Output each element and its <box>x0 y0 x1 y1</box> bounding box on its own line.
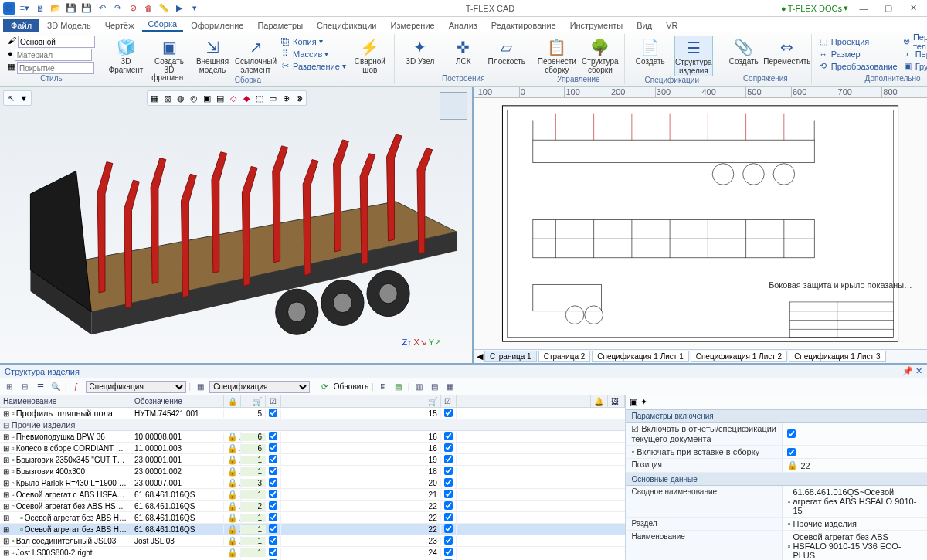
tb-col-icon[interactable]: ▦ <box>443 381 456 393</box>
tb-filter-icon[interactable]: ☰ <box>34 381 46 393</box>
row-check[interactable] <box>444 536 453 545</box>
table-row[interactable]: ⊞ ▫Осевой агрегат с ABS HSFALO 9010-1…61… <box>0 489 625 501</box>
ptab-4[interactable]: Спецификация 1 Лист 2 <box>691 351 787 362</box>
ptab-5[interactable]: Спецификация 1 Лист 3 <box>789 351 885 362</box>
btn-assembly-structure[interactable]: 🌳Структура сборки <box>581 36 620 75</box>
close-icon[interactable]: ✕ <box>904 2 922 15</box>
row-check[interactable] <box>444 513 453 521</box>
btn-3d-fragment[interactable]: 🧊3D Фрагмент <box>107 36 145 75</box>
qat-redo-icon[interactable]: ↷ <box>111 2 124 15</box>
row-check[interactable] <box>444 432 453 440</box>
btn-product-structure[interactable]: ☰Структура изделия <box>674 36 713 76</box>
tb-export-icon[interactable]: 🗎 <box>377 381 389 393</box>
table-row[interactable]: ⊞ ▫Осевой агрегат без ABS HSFALO …61.68.… <box>0 512 625 524</box>
qat-cancel-icon[interactable]: ⊘ <box>127 2 139 15</box>
col-image-icon[interactable]: 🖼 <box>608 395 625 407</box>
group-row[interactable]: ⊟ Прочие изделия <box>0 419 625 431</box>
btn-groups[interactable]: ▣Группы <box>902 60 927 72</box>
table-row[interactable]: ⊞ ▫Вал соединительный JSL03Jost JSL 03🔒1… <box>0 535 625 547</box>
tab-specs[interactable]: Спецификации <box>311 19 382 32</box>
ptab-2[interactable]: Страница 2 <box>538 351 591 362</box>
tb-excel-icon[interactable]: ▤ <box>392 381 405 393</box>
row-check[interactable] <box>269 478 277 487</box>
spec-select-2[interactable]: Спецификация <box>209 381 310 393</box>
prop-check[interactable] <box>787 448 796 456</box>
table-row[interactable]: ⊞ ▫Колесо в сборе CORDIANT 385/65 R2…11.… <box>0 443 625 454</box>
btn-dimension[interactable]: ↔Размер <box>818 48 898 59</box>
row-check[interactable] <box>269 513 277 521</box>
btn-projection[interactable]: ⬚Проекция <box>818 36 898 47</box>
btn-constraint-create[interactable]: 📎Создать <box>725 36 763 67</box>
btn-constraint-move[interactable]: ⇔Переместить <box>768 36 806 67</box>
prop-tab-icon[interactable]: ▣ <box>630 397 637 407</box>
prop-check[interactable] <box>787 429 796 438</box>
col-name[interactable]: Наименование <box>0 395 131 407</box>
tb-expand-icon[interactable]: ⊞ <box>3 381 15 393</box>
col-check1[interactable]: ☑ <box>266 395 281 407</box>
tb-search-icon[interactable]: 🔍 <box>49 381 62 393</box>
structure-tree[interactable]: Наименование Обозначение 🔒 🛒 ☑ 🛒 ☑ 🔔 🖼 ⊞… <box>0 395 626 560</box>
tab-analysis[interactable]: Анализ <box>443 19 484 32</box>
tab-annotation[interactable]: Оформление <box>185 19 250 32</box>
row-check[interactable] <box>444 455 453 463</box>
row-check[interactable] <box>269 501 277 510</box>
qat-save-icon[interactable]: 💾 <box>65 2 77 15</box>
col-cart2-icon[interactable]: 🛒 <box>416 395 441 407</box>
file-tab[interactable]: Файл <box>3 19 39 32</box>
spec-select-1[interactable]: Спецификация <box>86 381 186 393</box>
style-name-input[interactable] <box>18 36 95 48</box>
qat-dropdown-icon[interactable]: ▾ <box>188 2 201 15</box>
row-check[interactable] <box>444 548 453 556</box>
qat-saveall-icon[interactable]: 💾 <box>80 2 93 15</box>
minimize-icon[interactable]: — <box>854 2 873 15</box>
table-row[interactable]: ⊞ ▫Брызговик 400x30023.00001.002🔒118 <box>0 466 625 477</box>
row-check[interactable] <box>269 443 277 452</box>
tab-vr[interactable]: VR <box>660 19 684 32</box>
col-designation[interactable]: Обозначение <box>131 395 224 407</box>
row-check[interactable] <box>269 467 277 475</box>
table-row[interactable]: ⊞ ▫Крыло Parlok R=430 L=1900 R=65023.000… <box>0 477 625 489</box>
tb-grid-icon[interactable]: ▦ <box>194 381 206 393</box>
btn-array[interactable]: ⠿Массив ▾ <box>280 48 346 59</box>
col-cart-icon[interactable]: 🛒 <box>241 395 266 407</box>
tb-collapse-icon[interactable]: ⊟ <box>19 381 31 393</box>
tb-func-icon[interactable]: ƒ <box>70 381 83 393</box>
table-row[interactable]: ⊞ ▫Jost LS00S800-2 right🔒124 <box>0 547 625 558</box>
material-input[interactable] <box>15 49 92 61</box>
maximize-icon[interactable]: ▢ <box>879 2 898 15</box>
btn-copy[interactable]: ⿻Копия ▾ <box>280 36 346 47</box>
tab-edit[interactable]: Редактирование <box>485 19 562 32</box>
btn-external-model[interactable]: ⇲Внешняя модель <box>193 36 232 75</box>
docs-button[interactable]: ● T-FLEX DOCs ▾ <box>781 3 848 13</box>
qat-macro-icon[interactable]: ▶ <box>173 2 185 15</box>
tab-tools[interactable]: Инструменты <box>564 19 630 32</box>
tab-view[interactable]: Вид <box>630 19 658 32</box>
qat-undo-icon[interactable]: ↶ <box>96 2 108 15</box>
panel-close-icon[interactable]: ✕ <box>915 366 922 375</box>
tab-drawing[interactable]: Чертёж <box>99 19 141 32</box>
table-row[interactable]: ⊞ ▫Осевой агрегат без ABS HSFALO …61.68.… <box>0 524 625 535</box>
row-check[interactable] <box>444 490 453 498</box>
table-row[interactable]: ⊞ ▫Брызговик 2350x345 "GUT TRAILER"23.00… <box>0 454 625 466</box>
tb-col-icon[interactable]: ▤ <box>428 381 440 393</box>
panel-pin-icon[interactable]: 📌 <box>902 366 913 375</box>
btn-variables[interactable]: 𝑥Переменные <box>902 48 927 59</box>
qat-menu-icon[interactable]: ≡▾ <box>19 2 31 15</box>
qat-trash-icon[interactable]: 🗑 <box>142 2 154 15</box>
qat-measure-icon[interactable]: 📏 <box>158 2 170 15</box>
prop-tab-icon[interactable]: ✦ <box>640 397 647 407</box>
btn-lcs[interactable]: ✜ЛСК <box>444 36 483 67</box>
btn-move-assembly[interactable]: 📋Перенести сборку <box>538 36 576 75</box>
tb-refresh-icon[interactable]: ⟳ <box>318 381 331 393</box>
qat-open-icon[interactable]: 📂 <box>49 2 62 15</box>
tab-params[interactable]: Параметры <box>251 19 309 32</box>
btn-spec-create[interactable]: 📄Создать <box>631 36 670 67</box>
viewport-3d[interactable]: ↖ ▼ ▦▧ ◍◎ ▣▤ ◇◆ ⬚▭ ⊕⊗ <box>0 87 474 363</box>
btn-3d-node[interactable]: ✦3D Узел <box>401 36 440 67</box>
page-nav-prev-icon[interactable]: ◀ <box>477 351 483 361</box>
row-check[interactable] <box>444 501 453 510</box>
row-check[interactable] <box>269 490 277 498</box>
row-check[interactable] <box>269 536 277 545</box>
table-row[interactable]: ⊞ ▫Профиль шляпный пола НУТМ.745421.001 … <box>0 408 625 419</box>
col-bell-icon[interactable]: 🔔 <box>591 395 608 407</box>
